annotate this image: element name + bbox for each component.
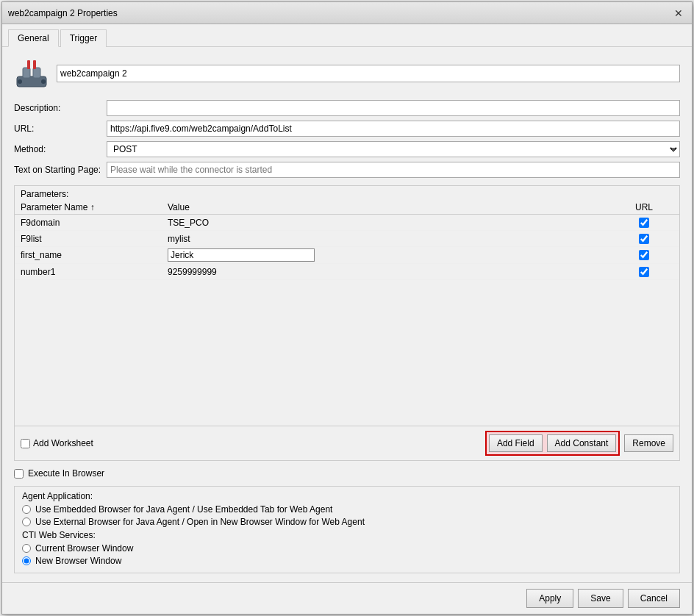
param-url-check[interactable] xyxy=(615,250,673,260)
table-row: first_name xyxy=(15,247,679,264)
cti-option2-label: New Browser Window xyxy=(35,556,121,566)
agent-app-option1-label: Use Embedded Browser for Java Agent / Us… xyxy=(35,504,332,515)
col-header-url: URL xyxy=(615,202,673,212)
svg-rect-1 xyxy=(23,68,30,78)
cti-radio-2[interactable] xyxy=(22,556,31,565)
url-row: URL: xyxy=(14,121,680,137)
starting-page-label: Text on Starting Page: xyxy=(14,165,102,175)
method-row: Method: POST GET PUT DELETE ▼ xyxy=(14,141,680,157)
icon-name-row xyxy=(14,56,680,91)
cti-radio-1[interactable] xyxy=(22,544,31,553)
col-header-value: Value xyxy=(168,202,615,212)
cancel-button[interactable]: Cancel xyxy=(628,589,680,608)
parameters-label: Parameters: xyxy=(15,186,679,201)
table-row: number1 9259999999 xyxy=(15,264,679,280)
add-worksheet-label: Add Worksheet xyxy=(33,438,93,448)
param-value: TSE_PCO xyxy=(168,218,615,228)
cti-group: CTI Web Services: Current Browser Window… xyxy=(22,530,672,566)
name-input[interactable] xyxy=(57,65,680,82)
cti-title: CTI Web Services: xyxy=(22,530,672,540)
close-button[interactable]: ✕ xyxy=(671,8,686,18)
params-table-body: F9domain TSE_PCO F9list mylist first xyxy=(15,215,679,426)
cti-option1-row: Current Browser Window xyxy=(22,543,672,554)
dialog-body: Description: URL: Method: POST GET PUT D… xyxy=(2,47,692,582)
param-url-check[interactable] xyxy=(615,267,673,277)
url-input[interactable] xyxy=(107,121,680,137)
highlighted-buttons-group: Add Field Add Constant xyxy=(485,431,620,456)
cti-option2-row: New Browser Window xyxy=(22,556,672,566)
cti-option1-label: Current Browser Window xyxy=(35,543,133,554)
title-bar: web2campaign 2 Properties ✕ xyxy=(2,2,692,24)
table-row: F9domain TSE_PCO xyxy=(15,215,679,231)
apply-button[interactable]: Apply xyxy=(526,589,573,608)
execute-checkbox[interactable] xyxy=(14,469,24,479)
url-checkbox[interactable] xyxy=(639,234,649,244)
url-label: URL: xyxy=(14,123,102,134)
url-checkbox[interactable] xyxy=(639,250,649,260)
add-worksheet-checkbox[interactable] xyxy=(21,439,30,448)
window-title: web2campaign 2 Properties xyxy=(8,8,118,18)
svg-point-6 xyxy=(41,79,46,84)
method-select-wrapper: POST GET PUT DELETE ▼ xyxy=(107,141,680,157)
description-row: Description: xyxy=(14,100,680,116)
add-constant-button[interactable]: Add Constant xyxy=(547,434,617,452)
tab-trigger[interactable]: Trigger xyxy=(60,29,107,47)
param-url-check[interactable] xyxy=(615,234,673,244)
agent-app-option1-row: Use Embedded Browser for Java Agent / Us… xyxy=(22,504,672,515)
add-worksheet-row: Add Worksheet xyxy=(21,438,481,448)
parameters-group: Parameters: Parameter Name ↑ Value URL F… xyxy=(14,185,680,461)
description-label: Description: xyxy=(14,103,102,113)
param-name: first_name xyxy=(21,250,168,260)
description-input[interactable] xyxy=(107,100,680,116)
params-footer: Add Worksheet Add Field Add Constant Rem… xyxy=(15,426,679,460)
table-row: F9list mylist xyxy=(15,231,679,247)
param-value-input[interactable] xyxy=(168,248,315,262)
url-checkbox[interactable] xyxy=(639,218,649,228)
col-header-name: Parameter Name ↑ xyxy=(21,202,168,212)
dialog-window: web2campaign 2 Properties ✕ General Trig… xyxy=(1,1,693,615)
param-name: F9domain xyxy=(21,218,168,228)
param-value: mylist xyxy=(168,234,615,244)
execute-label: Execute In Browser xyxy=(28,468,104,479)
tab-general[interactable]: General xyxy=(8,29,59,47)
tab-bar: General Trigger xyxy=(2,24,692,47)
param-url-check[interactable] xyxy=(615,218,673,228)
dialog-footer: Apply Save Cancel xyxy=(2,582,692,614)
param-value: 9259999999 xyxy=(168,267,615,277)
param-name: number1 xyxy=(21,267,168,277)
svg-rect-3 xyxy=(27,60,30,69)
agent-app-radio-1[interactable] xyxy=(22,505,31,514)
svg-rect-4 xyxy=(33,60,36,69)
agent-app-group: Agent Application: Use Embedded Browser … xyxy=(14,486,680,573)
starting-page-input[interactable] xyxy=(107,162,680,178)
svg-point-5 xyxy=(18,79,22,84)
agent-app-option2-label: Use External Browser for Java Agent / Op… xyxy=(35,517,365,527)
svg-rect-2 xyxy=(33,68,40,78)
params-table-header: Parameter Name ↑ Value URL xyxy=(15,201,679,215)
url-checkbox[interactable] xyxy=(639,267,649,277)
method-label: Method: xyxy=(14,144,102,154)
method-select[interactable]: POST GET PUT DELETE xyxy=(107,141,680,157)
execute-row: Execute In Browser xyxy=(14,468,680,479)
agent-app-radio-2[interactable] xyxy=(22,517,31,526)
starting-page-row: Text on Starting Page: xyxy=(14,162,680,178)
save-button[interactable]: Save xyxy=(578,589,623,608)
param-value-cell xyxy=(168,248,615,262)
agent-app-title: Agent Application: xyxy=(22,491,672,501)
connector-icon xyxy=(14,56,49,91)
param-name: F9list xyxy=(21,234,168,244)
remove-button[interactable]: Remove xyxy=(624,434,673,452)
add-field-button[interactable]: Add Field xyxy=(489,434,543,452)
agent-app-option2-row: Use External Browser for Java Agent / Op… xyxy=(22,517,672,527)
